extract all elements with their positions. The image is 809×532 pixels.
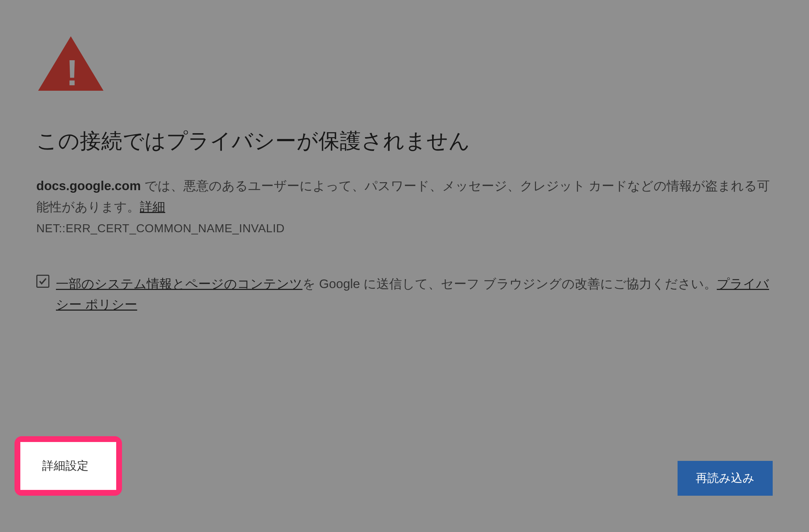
error-code: NET::ERR_CERT_COMMON_NAME_INVALID bbox=[36, 222, 773, 235]
learn-more-link[interactable]: 詳細 bbox=[140, 200, 165, 214]
warning-triangle-icon bbox=[38, 36, 103, 91]
checkbox-text-mid: を Google に送信して、セーフ ブラウジングの改善にご協力ください。 bbox=[302, 277, 717, 291]
system-info-link[interactable]: 一部のシステム情報とページのコンテンツ bbox=[56, 277, 302, 291]
privacy-warning-heading: この接続ではプライバシーが保護されません bbox=[36, 127, 773, 155]
reload-button[interactable]: 再読み込み bbox=[678, 461, 773, 496]
safe-browsing-checkbox[interactable] bbox=[36, 275, 49, 288]
advanced-settings-button[interactable]: 詳細設定 bbox=[20, 442, 116, 490]
domain-name: docs.google.com bbox=[36, 179, 141, 193]
warning-description: docs.google.com では、悪意のあるユーザーによって、パスワード、メ… bbox=[36, 175, 773, 217]
safe-browsing-label: 一部のシステム情報とページのコンテンツを Google に送信して、セーフ ブラ… bbox=[56, 273, 773, 315]
checkmark-icon bbox=[38, 277, 48, 286]
advanced-button-highlight: 詳細設定 bbox=[15, 436, 122, 496]
